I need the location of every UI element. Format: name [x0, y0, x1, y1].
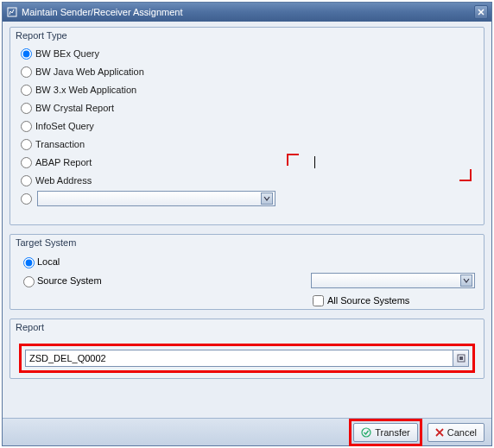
report-type-title: Report Type [16, 30, 67, 41]
cancel-label: Cancel [447, 427, 477, 438]
target-system-title: Target System [16, 237, 76, 248]
cancel-icon [435, 428, 444, 437]
highlight-corner-tl [287, 154, 299, 166]
radio-abap[interactable] [21, 157, 32, 168]
radio-other[interactable] [21, 193, 32, 205]
dialog-window: Maintain Sender/Receiver Assignment Repo… [2, 2, 492, 446]
report-group-title: Report [16, 322, 44, 332]
report-group: Report [10, 319, 484, 379]
value-help-button[interactable] [453, 350, 469, 367]
radio-java[interactable] [21, 66, 32, 78]
radio-infoset[interactable] [21, 121, 32, 132]
radio-java-label: BW Java Web Application [35, 66, 144, 77]
radio-web-label: Web Address [35, 175, 92, 186]
radio-row-dropdown[interactable] [19, 190, 475, 207]
radio-crystal-label: BW Crystal Report [35, 103, 114, 113]
radio-trans[interactable] [21, 139, 32, 150]
report-type-group: Report Type BW BEx Query BW Java Web App… [10, 27, 484, 225]
source-system-dropdown[interactable] [311, 273, 475, 288]
radio-local-label: Local [37, 256, 60, 267]
cancel-button[interactable]: Cancel [428, 423, 484, 442]
radio-bex-label: BW BEx Query [35, 48, 99, 59]
radio-web[interactable] [21, 175, 32, 186]
radio-abap-label: ABAP Report [35, 157, 92, 167]
radio-row-infoset[interactable]: InfoSet Query [19, 117, 475, 135]
radio-row-java[interactable]: BW Java Web Application [19, 63, 475, 80]
radio-source-label: Source System [37, 275, 102, 286]
highlight-corner-br [459, 169, 472, 181]
all-source-systems-label: All Source Systems [327, 295, 409, 306]
dialog-body: Report Type BW BEx Query BW Java Web App… [3, 22, 491, 418]
radio-bex[interactable] [21, 48, 32, 60]
transfer-label: Transfer [375, 427, 410, 438]
value-help-icon [457, 354, 466, 363]
dropdown-arrow-icon [261, 192, 273, 205]
report-input-highlight [19, 344, 475, 373]
radio-row-trans[interactable]: Transaction [19, 136, 475, 153]
radio-row-abap[interactable]: ABAP Report [19, 154, 475, 171]
titlebar: Maintain Sender/Receiver Assignment [3, 3, 491, 22]
all-source-systems-row[interactable]: All Source Systems [313, 295, 409, 306]
dropdown-arrow-icon [460, 274, 472, 287]
radio-source[interactable] [23, 276, 35, 287]
radio-trans-label: Transaction [35, 139, 85, 149]
target-system-group: Target System Local Source System [10, 234, 484, 310]
transfer-highlight: Transfer [349, 419, 422, 446]
radio-row-web[interactable]: Web Address [19, 172, 475, 189]
radio-bw3x-label: BW 3.x Web Application [35, 85, 136, 95]
svg-point-3 [362, 428, 370, 437]
close-button[interactable] [474, 5, 488, 19]
radio-bw3x[interactable] [21, 85, 32, 96]
radio-row-bw3x[interactable]: BW 3.x Web Application [19, 81, 475, 98]
window-icon [6, 6, 18, 18]
radio-crystal[interactable] [21, 103, 32, 114]
text-caret [314, 156, 315, 168]
radio-row-crystal[interactable]: BW Crystal Report [19, 99, 475, 117]
report-input[interactable] [25, 350, 453, 367]
radio-infoset-label: InfoSet Query [35, 121, 94, 131]
clock-check-icon [361, 427, 371, 438]
report-type-dropdown[interactable] [37, 191, 276, 206]
dialog-footer: Transfer Cancel [3, 418, 491, 445]
radio-row-bex[interactable]: BW BEx Query [19, 45, 475, 62]
svg-rect-2 [459, 357, 463, 360]
radio-local[interactable] [23, 257, 35, 268]
transfer-button[interactable]: Transfer [353, 423, 418, 442]
all-source-systems-checkbox[interactable] [313, 295, 324, 306]
window-title: Maintain Sender/Receiver Assignment [22, 7, 474, 17]
